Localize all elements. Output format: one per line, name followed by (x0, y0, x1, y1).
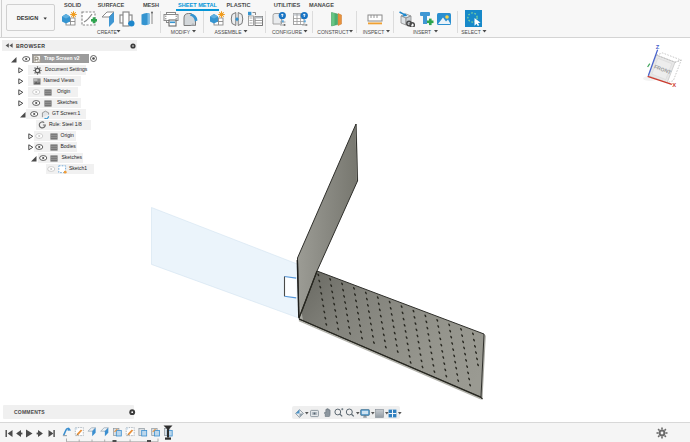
svg-text:X: X (672, 82, 676, 88)
svg-text:Z: Z (656, 44, 660, 50)
